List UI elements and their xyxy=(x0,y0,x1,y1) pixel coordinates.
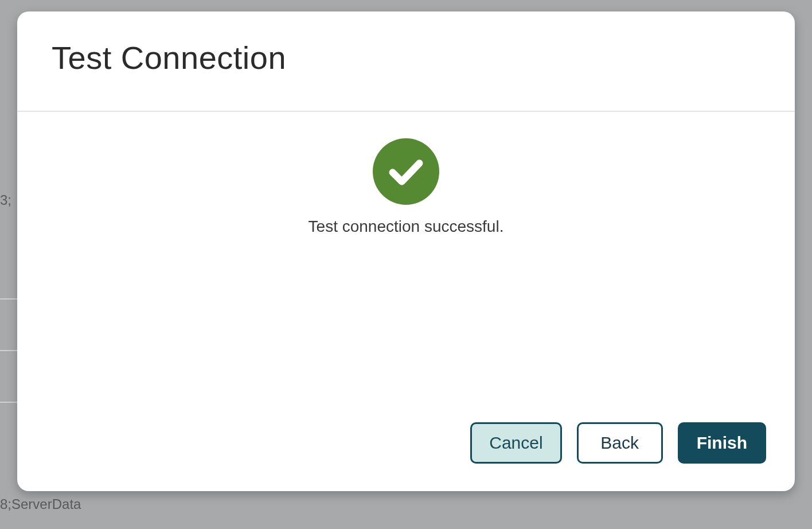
background-grid-line xyxy=(0,350,17,351)
dialog-title: Test Connection xyxy=(52,39,760,76)
background-grid-line xyxy=(0,298,17,299)
success-check-icon xyxy=(373,138,439,205)
test-connection-dialog: Test Connection Test connection successf… xyxy=(17,11,795,491)
dialog-footer: Cancel Back Finish xyxy=(17,422,795,491)
background-text-fragment: 8;ServerData xyxy=(0,496,81,512)
cancel-button[interactable]: Cancel xyxy=(470,422,561,464)
finish-button[interactable]: Finish xyxy=(678,422,766,464)
back-button[interactable]: Back xyxy=(577,422,663,464)
background-text-fragment: 3; xyxy=(0,192,11,208)
background-grid-line xyxy=(0,402,17,403)
status-message: Test connection successful. xyxy=(309,217,504,236)
dialog-body: Test connection successful. xyxy=(17,112,795,422)
check-icon xyxy=(386,151,426,192)
dialog-header: Test Connection xyxy=(17,11,795,112)
